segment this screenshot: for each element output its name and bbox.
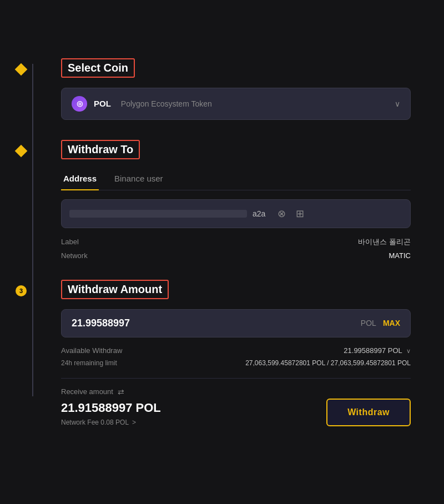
available-withdraw-row: Available Withdraw 21.99588997 POL ∨ — [61, 346, 411, 355]
circle-number-3: 3 — [16, 285, 27, 296]
coin-name: Polygon Ecosystem Token — [121, 99, 212, 108]
step-1-indicator — [16, 64, 27, 75]
fee-row: Network Fee 0.08 POL > — [61, 419, 326, 426]
available-withdraw-label: Available Withdraw — [61, 346, 122, 355]
clear-address-button[interactable]: ⊗ — [275, 206, 288, 221]
step-3-indicator: 3 — [16, 285, 27, 296]
swap-icon: ⇄ — [118, 387, 124, 396]
withdraw-btn-container: Withdraw — [326, 399, 411, 426]
pol-icon: ◎ — [72, 96, 87, 112]
withdraw-amount-title: Withdraw Amount — [61, 280, 169, 299]
address-masked — [69, 210, 247, 218]
fee-arrow: > — [132, 419, 136, 426]
amount-value: 21.99588997 — [72, 317, 130, 329]
available-withdraw-arrow: ∨ — [406, 347, 411, 354]
receive-amount: 21.91588997 POL — [61, 401, 326, 415]
divider — [61, 378, 411, 379]
main-container: Select Coin ◎ POL Polygon Ecosystem Toke… — [22, 42, 422, 463]
receive-label-row: Receive amount ⇄ — [61, 387, 326, 396]
limit-row: 24h remaining limit 27,063,599.45872801 … — [61, 359, 411, 367]
limit-label: 24h remaining limit — [61, 359, 117, 367]
label-info-row: Label 바이낸스 폴리곤 — [61, 237, 411, 247]
select-coin-title: Select Coin — [61, 58, 135, 78]
amount-currency: POL — [361, 319, 376, 327]
coin-symbol: POL — [94, 99, 111, 108]
withdraw-amount-section: 3 Withdraw Amount 21.99588997 POL MAX Av… — [33, 280, 411, 426]
address-book-button[interactable]: ⊞ — [294, 206, 306, 221]
network-info-row: Network MATIC — [61, 251, 411, 260]
tab-address[interactable]: Address — [61, 169, 99, 190]
fee-label[interactable]: Network Fee 0.08 POL — [61, 419, 129, 426]
max-button[interactable]: MAX — [383, 319, 400, 327]
amount-input-box[interactable]: 21.99588997 POL MAX — [61, 309, 411, 337]
network-key: Network — [61, 251, 88, 260]
withdraw-to-tabs: Address Binance user — [61, 169, 411, 190]
withdraw-to-title: Withdraw To — [61, 140, 140, 159]
receive-withdraw-row: Receive amount ⇄ 21.91588997 POL Network… — [61, 387, 411, 426]
label-value: 바이낸스 폴리곤 — [358, 237, 411, 247]
coin-dropdown[interactable]: ◎ POL Polygon Ecosystem Token ∨ — [61, 88, 411, 120]
diamond-icon-1 — [15, 63, 28, 75]
receive-label: Receive amount — [61, 387, 113, 396]
diamond-icon-2 — [15, 144, 28, 157]
select-coin-section: Select Coin ◎ POL Polygon Ecosystem Toke… — [33, 58, 411, 120]
address-suffix: a2a — [253, 209, 265, 218]
coin-selector-left: ◎ POL Polygon Ecosystem Token — [72, 96, 212, 112]
network-value: MATIC — [389, 251, 411, 260]
receive-left: Receive amount ⇄ 21.91588997 POL Network… — [61, 387, 326, 426]
tab-binance-user[interactable]: Binance user — [112, 169, 165, 190]
limit-value: 27,063,599.45872801 POL / 27,063,599.458… — [245, 359, 411, 367]
withdraw-to-section: Withdraw To Address Binance user a2a ⊗ ⊞… — [33, 140, 411, 260]
available-withdraw-value[interactable]: 21.99588997 POL ∨ — [344, 346, 411, 355]
address-input-row: a2a ⊗ ⊞ — [61, 199, 411, 228]
label-key: Label — [61, 238, 79, 246]
step-2-indicator — [16, 145, 27, 157]
chevron-down-icon: ∨ — [395, 99, 400, 108]
withdraw-button[interactable]: Withdraw — [326, 399, 411, 426]
amount-right: POL MAX — [361, 319, 400, 327]
